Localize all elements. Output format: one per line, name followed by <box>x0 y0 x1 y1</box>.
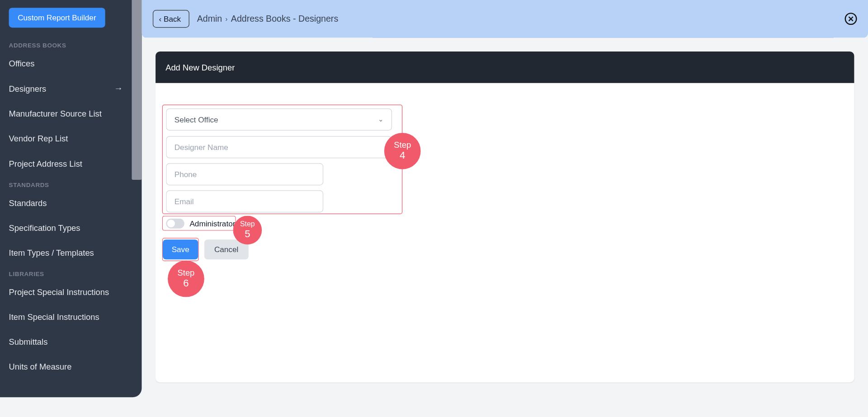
sidebar-item-label: Vendor Rep List <box>9 134 68 143</box>
sidebar-item-label: Project Address List <box>9 159 82 168</box>
annotation-step5-box: Administrator <box>162 216 236 231</box>
sidebar-item-label: Offices <box>9 59 35 68</box>
chevron-right-icon: › <box>226 15 228 23</box>
sidebar-item-label: Submittals <box>9 337 48 347</box>
phone-placeholder: Phone <box>175 170 197 179</box>
administrator-label: Administrator <box>189 219 235 228</box>
designer-name-placeholder: Designer Name <box>175 143 228 152</box>
back-button-label: Back <box>164 14 181 23</box>
sidebar-item-standards[interactable]: Standards <box>0 190 132 215</box>
annotation-step-word: Step <box>178 268 195 278</box>
card-title: Add New Designer <box>156 52 854 83</box>
page-header: ‹ Back Admin › Address Books - Designers… <box>142 0 868 37</box>
annotation-step6-badge: Step 6 <box>168 261 204 297</box>
breadcrumb-current: Address Books - Designers <box>231 14 338 24</box>
annotation-step-number: 5 <box>245 229 250 240</box>
administrator-toggle[interactable] <box>166 218 184 228</box>
phone-input[interactable]: Phone <box>166 163 323 185</box>
annotation-step4-box: Select Office ⌄ Designer Name Phone Emai… <box>162 104 402 214</box>
annotation-step-number: 4 <box>400 150 405 162</box>
chevron-left-icon: ‹ <box>159 14 161 23</box>
sidebar-item-item-special-instructions[interactable]: Item Special Instructions <box>0 304 132 329</box>
main-card: Add New Designer Select Office ⌄ Designe… <box>156 52 854 382</box>
sidebar-section-standards: STANDARDS <box>0 176 132 190</box>
custom-report-builder-button[interactable]: Custom Report Builder <box>9 8 105 28</box>
sidebar-item-label: Specification Types <box>9 223 80 232</box>
chevron-down-icon: ⌄ <box>378 116 383 123</box>
sidebar-item-label: Item Special Instructions <box>9 312 99 322</box>
sidebar-item-label: Designers <box>9 84 47 94</box>
sidebar-item-label: Item Types / Templates <box>9 248 94 258</box>
save-button[interactable]: Save <box>163 239 198 259</box>
email-placeholder: Email <box>175 197 194 206</box>
sidebar-section-address-books: ADDRESS BOOKS <box>0 37 132 51</box>
sidebar-item-label: Manufacturer Source List <box>9 109 102 118</box>
sidebar-item-offices[interactable]: Offices <box>0 51 132 76</box>
sidebar-item-label: Project Special Instructions <box>9 287 109 297</box>
sidebar-item-label: Units of Measure <box>9 362 72 371</box>
sidebar-item-units-of-measure[interactable]: Units of Measure <box>0 354 132 379</box>
annotation-step4-badge: Step 4 <box>384 133 421 169</box>
sidebar-item-project-special-instructions[interactable]: Project Special Instructions <box>0 279 132 304</box>
annotation-step5-badge: Step 5 <box>233 216 262 245</box>
sidebar-scrollbar[interactable] <box>132 0 142 180</box>
annotation-step-word: Step <box>240 220 255 229</box>
annotation-step6-box: Save <box>162 238 199 261</box>
annotation-step-word: Step <box>394 140 411 150</box>
back-button[interactable]: ‹ Back <box>153 10 189 28</box>
breadcrumb: Admin › Address Books - Designers <box>197 14 339 24</box>
arrow-right-icon: → <box>114 84 123 94</box>
sidebar: Custom Report Builder ADDRESS BOOKS Offi… <box>0 0 142 397</box>
office-select-placeholder: Select Office <box>175 115 218 124</box>
sidebar-item-submittals[interactable]: Submittals <box>0 329 132 354</box>
sidebar-item-designers[interactable]: Designers → <box>0 76 132 101</box>
sidebar-item-vendor-rep-list[interactable]: Vendor Rep List <box>0 126 132 151</box>
office-select[interactable]: Select Office ⌄ <box>166 108 392 131</box>
sidebar-section-libraries: LIBRARIES <box>0 265 132 280</box>
sidebar-item-specification-types[interactable]: Specification Types <box>0 215 132 240</box>
sidebar-item-item-types-templates[interactable]: Item Types / Templates <box>0 240 132 265</box>
email-input[interactable]: Email <box>166 190 323 212</box>
breadcrumb-root[interactable]: Admin <box>197 14 222 24</box>
sidebar-item-manufacturer-source-list[interactable]: Manufacturer Source List <box>0 101 132 126</box>
sidebar-item-label: Standards <box>9 198 47 207</box>
sidebar-item-project-address-list[interactable]: Project Address List <box>0 151 132 176</box>
annotation-step-number: 6 <box>183 278 189 290</box>
designer-name-input[interactable]: Designer Name <box>166 136 392 158</box>
close-icon[interactable]: ✕ <box>845 13 857 25</box>
